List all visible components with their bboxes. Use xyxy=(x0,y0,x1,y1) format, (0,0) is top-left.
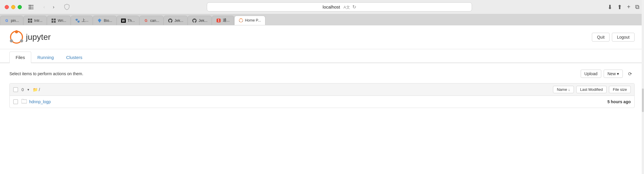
file-modified: 5 hours ago xyxy=(607,99,631,104)
breadcrumb-path: / xyxy=(39,87,40,92)
jupyter-tab-icon xyxy=(239,18,243,23)
traffic-light-yellow[interactable] xyxy=(11,5,15,9)
svg-rect-5 xyxy=(28,19,30,20)
count-dropdown-arrow[interactable]: ▾ xyxy=(27,88,29,92)
grid-icon xyxy=(28,18,32,23)
sidebar-toggle-button[interactable] xyxy=(27,4,35,11)
svg-rect-6 xyxy=(30,19,32,20)
svg-rect-2 xyxy=(28,9,34,9)
share-icon[interactable]: ⬆ xyxy=(617,4,622,11)
numbered-icon: 1 xyxy=(216,18,221,23)
files-toolbar: Select items to perform actions on them.… xyxy=(9,69,635,78)
google-icon-2: G xyxy=(144,18,148,23)
svg-point-21 xyxy=(20,39,23,42)
tab-label: Jek... xyxy=(199,19,207,23)
logout-button[interactable]: Logout xyxy=(612,33,635,42)
scrollbar-track xyxy=(642,0,644,143)
svg-rect-1 xyxy=(28,7,34,7)
browser-chrome: ‹ › localhost A文 ↻ ⬇ ⬆ + xyxy=(0,0,644,25)
scrollbar-thumb[interactable] xyxy=(642,88,644,112)
jupyter-logo: jupyter xyxy=(9,30,51,44)
jupyter-header: jupyter Quit Logout xyxy=(0,25,644,49)
svg-point-15 xyxy=(240,19,241,19)
sort-by-modified-button[interactable]: Last Modified xyxy=(576,86,607,93)
reload-button[interactable]: ↻ xyxy=(352,4,356,10)
tab-jek-2[interactable]: Jek... xyxy=(188,16,212,25)
quit-button[interactable]: Quit xyxy=(592,33,610,42)
split-view-icon[interactable]: ⧉ xyxy=(635,4,639,10)
tab-label: Home P... xyxy=(245,18,261,22)
tab-can[interactable]: G can... xyxy=(139,16,164,25)
svg-point-20 xyxy=(10,39,13,42)
tabs-bar: G pin... Intr... Wri... 🐾 上... Bio xyxy=(0,14,644,25)
svg-rect-7 xyxy=(28,21,30,23)
files-hint: Select items to perform actions on them. xyxy=(9,71,83,76)
svg-marker-13 xyxy=(98,19,101,23)
files-area: Select items to perform actions on them.… xyxy=(0,63,644,114)
download-icon[interactable]: ⬇ xyxy=(607,4,612,11)
svg-point-16 xyxy=(239,21,240,22)
svg-text:A文: A文 xyxy=(344,5,350,9)
upload-button[interactable]: Upload xyxy=(581,70,601,78)
refresh-button[interactable]: ⟳ xyxy=(625,69,635,78)
file-name[interactable]: hdnnp_logp xyxy=(29,99,51,104)
tab-clusters[interactable]: Clusters xyxy=(60,52,89,63)
tab-shang[interactable]: 🐾 上... xyxy=(71,16,93,25)
file-list-header: 0 ▾ 📁 / Name ↓ Last Modified File size xyxy=(10,83,634,96)
tab-label: Intr... xyxy=(34,19,42,23)
svg-point-19 xyxy=(15,30,18,33)
title-bar: ‹ › localhost A文 ↻ ⬇ ⬆ + xyxy=(0,0,644,14)
tab-label: can... xyxy=(150,19,159,23)
github-icon-2 xyxy=(192,18,197,23)
tab-label: Jek... xyxy=(174,19,183,23)
select-all-area: 0 ▾ xyxy=(13,87,29,93)
title-bar-right: ⬇ ⬆ + ⧉ xyxy=(607,4,639,11)
traffic-light-red[interactable] xyxy=(5,5,9,9)
tab-label: 上... xyxy=(82,18,88,23)
tab-bio[interactable]: Bio... xyxy=(93,16,117,25)
new-tab-icon[interactable]: + xyxy=(627,4,630,10)
jupyter-app: jupyter Quit Logout Files Running Cluste… xyxy=(0,25,644,143)
new-dropdown-arrow: ▾ xyxy=(617,71,619,76)
row-checkbox[interactable] xyxy=(13,99,18,104)
breadcrumb: 📁 / xyxy=(33,87,40,92)
w-black-icon: W xyxy=(121,18,126,23)
svg-point-17 xyxy=(242,21,243,22)
folder-row-icon xyxy=(22,99,27,105)
google-icon: G xyxy=(4,18,9,23)
item-count: 0 xyxy=(20,87,26,93)
tab-running[interactable]: Running xyxy=(31,52,60,63)
new-button[interactable]: New ▾ xyxy=(604,70,623,78)
header-buttons: Quit Logout xyxy=(592,33,635,42)
new-label: New xyxy=(607,71,616,76)
svg-rect-12 xyxy=(54,21,56,23)
svg-rect-9 xyxy=(52,19,53,20)
url-bar[interactable]: localhost A文 ↻ xyxy=(207,2,472,12)
tab-wri[interactable]: Wri... xyxy=(47,16,71,25)
files-actions: Upload New ▾ ⟳ xyxy=(581,69,635,78)
url-text: localhost xyxy=(323,4,340,9)
tab-jek-1[interactable]: Jek... xyxy=(164,16,188,25)
traffic-light-green[interactable] xyxy=(18,5,22,9)
folder-icon: 📁 xyxy=(33,87,38,92)
diamond-icon xyxy=(97,18,102,23)
traffic-lights xyxy=(5,5,22,9)
jupyter-logo-icon xyxy=(9,30,24,44)
tab-label: Th... xyxy=(128,19,135,23)
tab-jupyter-home[interactable]: Home P... xyxy=(234,16,265,25)
tab-tong[interactable]: 1 通... xyxy=(212,16,234,25)
tab-th[interactable]: W Th... xyxy=(117,16,139,25)
tab-files[interactable]: Files xyxy=(9,52,31,63)
sort-buttons: Name ↓ Last Modified File size xyxy=(553,86,631,93)
back-button[interactable]: ‹ xyxy=(40,3,48,11)
forward-button[interactable]: › xyxy=(49,3,58,11)
tab-intr[interactable]: Intr... xyxy=(23,16,47,25)
tab-pin[interactable]: G pin... xyxy=(0,16,23,25)
sort-by-size-button[interactable]: File size xyxy=(609,86,631,93)
github-icon xyxy=(168,18,173,23)
tab-label: Bio... xyxy=(104,19,112,23)
select-all-checkbox[interactable] xyxy=(13,87,18,92)
translate-icon[interactable]: A文 xyxy=(344,4,350,10)
svg-rect-8 xyxy=(30,21,32,23)
sort-by-name-button[interactable]: Name ↓ xyxy=(553,86,574,93)
